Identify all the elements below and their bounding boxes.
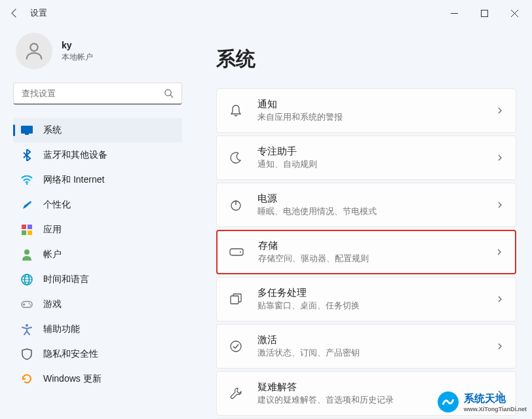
card-title: 存储 — [258, 240, 495, 252]
svg-rect-20 — [231, 296, 238, 304]
sidebar-item-brush[interactable]: 个性化 — [13, 192, 182, 217]
svg-point-10 — [24, 249, 29, 255]
sidebar-item-shield[interactable]: 隐私和安全性 — [13, 342, 182, 367]
sidebar-item-label: Windows 更新 — [43, 373, 102, 385]
sidebar-item-system[interactable]: 系统 — [13, 118, 182, 143]
sidebar-item-person[interactable]: 帐户 — [13, 242, 182, 267]
apps-icon — [21, 224, 33, 236]
window-controls — [439, 3, 529, 24]
system-icon — [21, 124, 33, 136]
check-icon — [229, 339, 243, 354]
svg-point-5 — [26, 183, 28, 185]
sidebar: ky 本地帐户 系统蓝牙和其他设备网络和 Internet个性化应用帐户时间和语… — [0, 26, 197, 419]
card-subtitle: 来自应用和系统的警报 — [257, 112, 496, 123]
sidebar-item-bluetooth[interactable]: 蓝牙和其他设备 — [13, 143, 182, 168]
sidebar-item-update[interactable]: Windows 更新 — [13, 367, 182, 392]
chevron-right-icon — [495, 248, 503, 256]
sidebar-item-label: 隐私和安全性 — [43, 348, 98, 360]
card-title: 通知 — [257, 98, 496, 111]
sidebar-item-label: 时间和语言 — [43, 274, 89, 285]
search-input[interactable] — [22, 88, 164, 98]
svg-rect-9 — [28, 230, 32, 235]
titlebar: 设置 — [0, 0, 532, 26]
minimize-button[interactable] — [439, 3, 469, 24]
back-button[interactable] — [3, 1, 26, 25]
watermark: 系统天地 www.XiTongTianDi.net — [436, 390, 527, 414]
settings-card-multitask[interactable]: 多任务处理贴靠窗口、桌面、任务切换 — [216, 277, 516, 321]
nav-list: 系统蓝牙和其他设备网络和 Internet个性化应用帐户时间和语言游戏辅助功能隐… — [13, 118, 197, 392]
chevron-right-icon — [496, 342, 504, 350]
svg-rect-0 — [481, 10, 487, 16]
svg-point-16 — [26, 324, 28, 327]
settings-card-bell[interactable]: 通知来自应用和系统的警报 — [216, 88, 516, 133]
power-icon — [229, 198, 243, 212]
user-subtitle: 本地帐户 — [62, 52, 93, 63]
avatar — [16, 33, 52, 69]
card-subtitle: 贴靠窗口、桌面、任务切换 — [257, 301, 496, 312]
svg-point-2 — [165, 90, 171, 96]
chevron-right-icon — [496, 201, 504, 209]
content-area: 系统 通知来自应用和系统的警报专注助手通知、自动规则电源睡眠、电池使用情况、节电… — [197, 26, 532, 419]
arrow-left-icon — [9, 8, 20, 18]
settings-card-check[interactable]: 激活激活状态、订阅、产品密钥 — [216, 324, 516, 369]
svg-rect-6 — [22, 225, 26, 229]
maximize-button[interactable] — [469, 3, 499, 24]
search-box[interactable] — [13, 82, 182, 105]
svg-point-19 — [240, 251, 241, 253]
sidebar-item-apps[interactable]: 应用 — [13, 217, 182, 242]
sidebar-item-label: 网络和 Internet — [43, 174, 104, 186]
svg-point-15 — [30, 304, 31, 306]
sidebar-item-label: 个性化 — [43, 199, 71, 211]
close-icon — [511, 10, 518, 17]
page-title: 系统 — [216, 46, 516, 73]
svg-point-21 — [231, 341, 241, 352]
card-subtitle: 通知、自动规则 — [257, 159, 496, 170]
settings-card-storage[interactable]: 存储存储空间、驱动器、配置规则 — [216, 230, 516, 274]
card-title: 多任务处理 — [257, 287, 496, 299]
maximize-icon — [481, 10, 488, 17]
wrench-icon — [229, 386, 243, 401]
card-title: 激活 — [257, 334, 496, 346]
brush-icon — [21, 199, 33, 211]
sidebar-item-label: 系统 — [43, 124, 62, 136]
sidebar-item-wifi[interactable]: 网络和 Internet — [13, 168, 182, 192]
wifi-icon — [21, 174, 33, 186]
person-icon — [23, 40, 45, 62]
storage-icon — [229, 245, 244, 259]
window-title: 设置 — [30, 7, 47, 19]
accessibility-icon — [21, 323, 33, 335]
sidebar-item-label: 应用 — [43, 224, 62, 236]
person-icon — [21, 249, 33, 261]
sidebar-item-gamepad[interactable]: 游戏 — [13, 292, 182, 317]
cards-list: 通知来自应用和系统的警报专注助手通知、自动规则电源睡眠、电池使用情况、节电模式存… — [216, 88, 516, 419]
sidebar-item-label: 辅助功能 — [43, 323, 80, 335]
sidebar-item-globe[interactable]: 时间和语言 — [13, 267, 182, 292]
bell-icon — [229, 103, 243, 118]
chevron-right-icon — [496, 107, 504, 115]
svg-rect-4 — [25, 134, 29, 135]
svg-rect-8 — [22, 230, 26, 235]
card-subtitle: 睡眠、电池使用情况、节电模式 — [257, 206, 496, 217]
update-icon — [21, 373, 33, 385]
svg-point-1 — [30, 44, 37, 51]
chevron-right-icon — [496, 295, 504, 303]
gamepad-icon — [21, 299, 33, 310]
globe-icon — [21, 274, 33, 285]
shield-icon — [21, 348, 33, 360]
settings-card-power[interactable]: 电源睡眠、电池使用情况、节电模式 — [216, 183, 516, 227]
card-title: 专注助手 — [257, 145, 496, 158]
card-subtitle: 激活状态、订阅、产品密钥 — [257, 348, 496, 359]
watermark-text: 系统天地 — [464, 393, 506, 404]
sidebar-item-label: 游戏 — [43, 299, 62, 310]
close-button[interactable] — [499, 3, 529, 24]
user-info[interactable]: ky 本地帐户 — [13, 33, 197, 69]
sidebar-item-accessibility[interactable]: 辅助功能 — [13, 317, 182, 342]
multitask-icon — [229, 292, 243, 306]
card-title: 电源 — [257, 192, 496, 205]
watermark-sub: www.XiTongTianDi.net — [464, 406, 527, 412]
chevron-right-icon — [496, 154, 504, 162]
svg-rect-7 — [28, 225, 32, 229]
svg-point-14 — [29, 303, 30, 304]
watermark-logo-icon — [436, 390, 460, 414]
settings-card-moon[interactable]: 专注助手通知、自动规则 — [216, 136, 516, 180]
